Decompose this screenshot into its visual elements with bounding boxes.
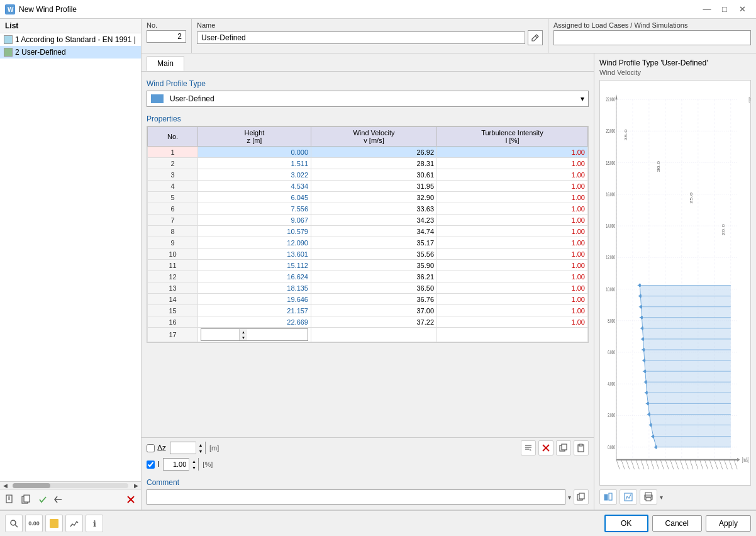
- cell-wind-vel[interactable]: 28.31: [311, 158, 437, 169]
- cell-height[interactable]: 3.022: [198, 169, 311, 181]
- cell-wind-vel[interactable]: 26.92: [311, 147, 437, 158]
- chart-icon-2[interactable]: [620, 489, 637, 505]
- cell-height[interactable]: ▲▼: [198, 328, 311, 342]
- i-up[interactable]: ▲: [189, 458, 198, 464]
- cell-height[interactable]: 6.045: [198, 192, 311, 203]
- scrollbar-thumb[interactable]: [13, 483, 50, 488]
- footer-info-button[interactable]: ℹ: [86, 515, 103, 532]
- cell-height[interactable]: 13.601: [198, 248, 311, 260]
- delete-item-button[interactable]: [123, 492, 138, 507]
- scroll-left-arrow[interactable]: ◀: [0, 482, 10, 489]
- assigned-input[interactable]: [553, 30, 751, 45]
- cell-turbulence[interactable]: 1.00: [437, 203, 588, 215]
- cell-height[interactable]: 22.669: [198, 316, 311, 328]
- delta-z-spinbox[interactable]: ▲ ▼: [170, 442, 206, 454]
- list-scrollbar[interactable]: ◀ ▶: [0, 481, 141, 489]
- cell-turbulence[interactable]: 1.00: [437, 282, 588, 294]
- cancel-button[interactable]: Cancel: [652, 515, 702, 532]
- edit-name-button[interactable]: [528, 30, 543, 45]
- chart-icon-print[interactable]: [640, 489, 657, 505]
- list-item-2[interactable]: 2 User-Defined: [0, 46, 141, 59]
- table-row[interactable]: 12 16.624 36.21 1.00: [148, 271, 588, 282]
- cell-height[interactable]: 19.646: [198, 294, 311, 305]
- cell-turbulence[interactable]: 1.00: [437, 260, 588, 271]
- cell-height[interactable]: 16.624: [198, 271, 311, 282]
- table-row[interactable]: 2 1.511 28.31 1.00: [148, 158, 588, 169]
- cell-wind-vel[interactable]: 36.76: [311, 294, 437, 305]
- cell-height[interactable]: 9.067: [198, 215, 311, 226]
- table-row[interactable]: 1 0.000 26.92 1.00: [148, 147, 588, 158]
- delta-z-checkbox[interactable]: [147, 444, 155, 452]
- table-row[interactable]: 16 22.669 37.22 1.00: [148, 316, 588, 328]
- cell-turbulence[interactable]: 1.00: [437, 169, 588, 181]
- tab-main[interactable]: Main: [147, 56, 184, 71]
- i-checkbox-label[interactable]: I: [147, 460, 159, 469]
- print-dropdown-arrow[interactable]: ▾: [660, 489, 663, 505]
- table-row[interactable]: 5 6.045 32.90 1.00: [148, 192, 588, 203]
- duplicate-item-button[interactable]: [19, 492, 34, 507]
- minimize-button[interactable]: —: [698, 3, 716, 16]
- cell-height[interactable]: 1.511: [198, 158, 311, 169]
- cell-wind-vel[interactable]: 35.56: [311, 248, 437, 260]
- cell-turbulence[interactable]: 1.00: [437, 271, 588, 282]
- table-row[interactable]: 13 18.135 36.50 1.00: [148, 282, 588, 294]
- delta-z-checkbox-label[interactable]: Δz: [147, 444, 166, 452]
- footer-value-button[interactable]: 0.00: [25, 515, 43, 532]
- sort-icon-button[interactable]: [521, 440, 536, 455]
- name-input[interactable]: [197, 31, 525, 44]
- cell-wind-vel[interactable]: 37.22: [311, 316, 437, 328]
- cell-wind-vel[interactable]: 36.50: [311, 282, 437, 294]
- comment-input[interactable]: [147, 489, 565, 505]
- new-item-button[interactable]: [3, 492, 18, 507]
- table-row[interactable]: 7 9.067 34.23 1.00: [148, 215, 588, 226]
- clear-icon-button[interactable]: [538, 440, 553, 455]
- chart-icon-1[interactable]: [599, 489, 617, 505]
- cell-height[interactable]: 4.534: [198, 181, 311, 192]
- table-row[interactable]: 4 4.534 31.95 1.00: [148, 181, 588, 192]
- cell-height[interactable]: 21.157: [198, 305, 311, 316]
- cell-height[interactable]: 10.579: [198, 226, 311, 237]
- cell-height[interactable]: 12.090: [198, 237, 311, 248]
- cell-turbulence[interactable]: 1.00: [437, 305, 588, 316]
- paste-icon-button[interactable]: [574, 440, 589, 455]
- cell-wind-vel[interactable]: 36.21: [311, 271, 437, 282]
- cell-turbulence[interactable]: 1.00: [437, 158, 588, 169]
- table-row[interactable]: 8 10.579 34.74 1.00: [148, 226, 588, 237]
- cell-wind-vel[interactable]: 37.00: [311, 305, 437, 316]
- i-spinbox[interactable]: 1.00 ▲ ▼: [163, 458, 199, 471]
- cell-height[interactable]: 18.135: [198, 282, 311, 294]
- table-row[interactable]: 17 ▲▼: [148, 328, 588, 342]
- cell-height[interactable]: 0.000: [198, 147, 311, 158]
- cell-height[interactable]: 15.112: [198, 260, 311, 271]
- table-row[interactable]: 9 12.090 35.17 1.00: [148, 237, 588, 248]
- cell-turbulence[interactable]: 1.00: [437, 248, 588, 260]
- cell-turbulence[interactable]: 1.00: [437, 237, 588, 248]
- cell-turbulence[interactable]: 1.00: [437, 147, 588, 158]
- apply-button[interactable]: Apply: [706, 515, 751, 532]
- close-button[interactable]: ✕: [733, 3, 751, 16]
- table-row[interactable]: 11 15.112 35.90 1.00: [148, 260, 588, 271]
- cell-wind-vel[interactable]: 34.23: [311, 215, 437, 226]
- table-row[interactable]: 3 3.022 30.61 1.00: [148, 169, 588, 181]
- cell-wind-vel[interactable]: 34.74: [311, 226, 437, 237]
- cell-turbulence[interactable]: 1.00: [437, 294, 588, 305]
- cell-wind-vel[interactable]: 31.95: [311, 181, 437, 192]
- scroll-right-arrow[interactable]: ▶: [131, 482, 141, 489]
- cell-turbulence[interactable]: 1.00: [437, 316, 588, 328]
- wind-profile-type-dropdown[interactable]: User-Defined ▾: [147, 91, 589, 107]
- footer-graph-button[interactable]: [65, 515, 83, 532]
- footer-search-button[interactable]: [5, 515, 23, 532]
- cell-turbulence[interactable]: 1.00: [437, 181, 588, 192]
- scrollbar-track[interactable]: [13, 483, 128, 488]
- delta-z-down[interactable]: ▼: [196, 448, 205, 454]
- maximize-button[interactable]: □: [716, 3, 733, 16]
- comment-copy-button[interactable]: [574, 489, 589, 505]
- i-down[interactable]: ▼: [189, 464, 198, 471]
- import-button[interactable]: [52, 492, 67, 507]
- copy-icon-button[interactable]: [556, 440, 571, 455]
- check-button[interactable]: [35, 492, 50, 507]
- cell-turbulence[interactable]: 1.00: [437, 215, 588, 226]
- i-checkbox[interactable]: [147, 461, 155, 469]
- delta-z-up[interactable]: ▲: [196, 442, 205, 448]
- cell-turbulence[interactable]: 1.00: [437, 192, 588, 203]
